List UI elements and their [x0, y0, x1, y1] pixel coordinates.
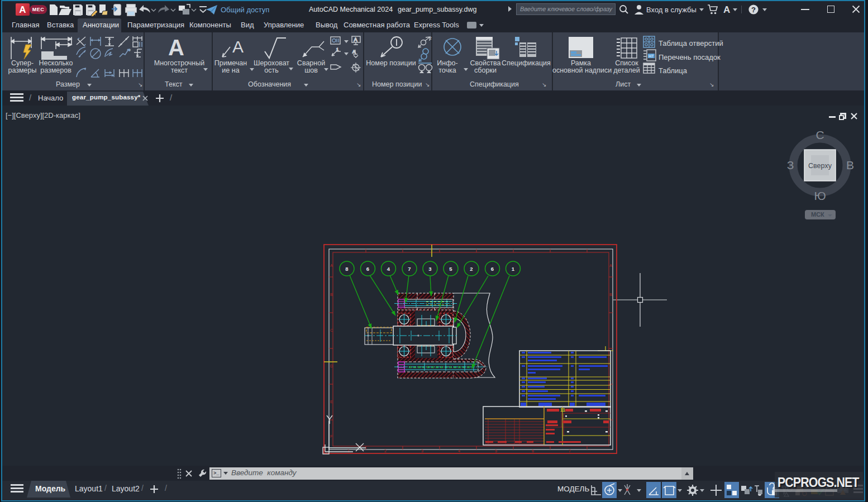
svg-text:A: A — [330, 264, 333, 267]
svg-text:D: D — [330, 364, 333, 368]
svg-text:A: A — [609, 264, 612, 267]
svg-text:A: A — [232, 37, 244, 56]
svg-text:8: 8 — [345, 266, 348, 272]
svg-text:4: 4 — [387, 266, 390, 272]
svg-text:2: 2 — [430, 36, 432, 40]
svg-text:В: В — [846, 159, 854, 171]
svg-text:2: 2 — [384, 449, 387, 453]
svg-text:5: 5 — [495, 449, 497, 453]
svg-text:Ю: Ю — [814, 189, 826, 202]
svg-text:o: o — [128, 48, 131, 51]
svg-text:1: 1 — [347, 449, 350, 453]
svg-text:F: F — [330, 434, 332, 438]
svg-text:7: 7 — [408, 266, 411, 272]
svg-text:6: 6 — [532, 449, 534, 453]
svg-text:3: 3 — [428, 266, 431, 272]
svg-text:З: З — [787, 159, 794, 171]
svg-text:B: B — [330, 293, 333, 297]
svg-text:A: A — [354, 37, 357, 42]
svg-text:A: A — [352, 49, 356, 54]
svg-text:B: B — [609, 293, 612, 297]
svg-text:7: 7 — [569, 449, 571, 453]
svg-text:?: ? — [751, 6, 756, 14]
svg-text:5: 5 — [449, 266, 452, 272]
svg-text:3: 3 — [421, 449, 423, 453]
svg-text:11: 11 — [560, 407, 565, 413]
svg-text:H7: H7 — [648, 54, 654, 58]
svg-text:1: 1 — [336, 47, 338, 51]
svg-text:Сверху: Сверху — [808, 162, 832, 170]
svg-text:C: C — [330, 328, 333, 332]
svg-text:6: 6 — [366, 266, 369, 272]
svg-text:6: 6 — [491, 266, 494, 272]
svg-text:2: 2 — [470, 266, 473, 272]
svg-text:1: 1 — [512, 266, 515, 272]
svg-text:С: С — [815, 128, 824, 141]
svg-text:E: E — [330, 400, 333, 404]
svg-text:4: 4 — [458, 449, 460, 453]
